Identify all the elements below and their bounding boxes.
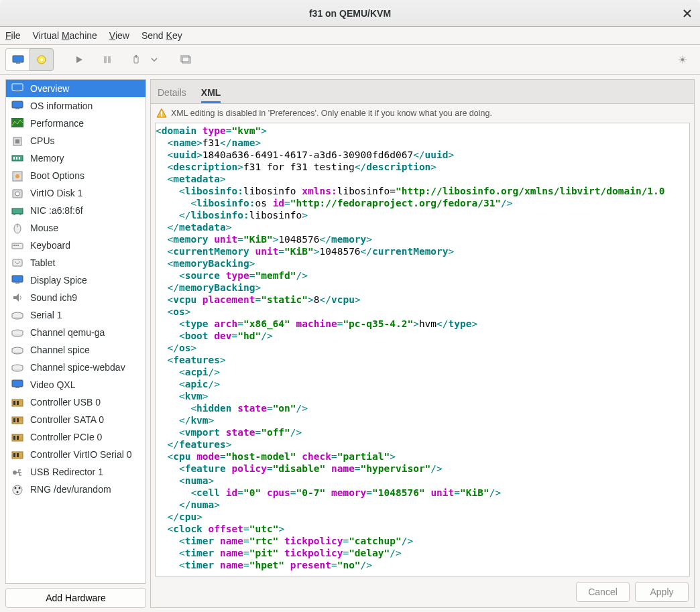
sidebar-item-label: Overview	[30, 83, 69, 94]
sidebar-item-sound-ich9[interactable]: Sound ich9	[6, 289, 145, 306]
svg-rect-12	[15, 90, 19, 92]
sidebar-item-controller-sata-0[interactable]: Controller SATA 0	[6, 411, 145, 428]
window-title: f31 on QEMU/KVM	[0, 8, 700, 19]
sidebar-item-keyboard[interactable]: Keyboard	[6, 237, 145, 254]
controller-icon	[10, 448, 25, 461]
sidebar-item-video-qxl[interactable]: Video QXL	[6, 376, 145, 393]
serial-icon	[10, 361, 25, 373]
display-icon	[10, 274, 25, 286]
svg-point-23	[15, 174, 19, 178]
close-button[interactable]	[681, 7, 693, 19]
sidebar-item-label: Serial 1	[30, 310, 62, 320]
controller-icon	[10, 414, 25, 426]
toolbar	[0, 44, 700, 75]
sidebar-item-controller-pcie-0[interactable]: Controller PCIe 0	[6, 428, 145, 446]
sidebar-item-label: Controller PCIe 0	[30, 432, 102, 442]
sidebar-item-usb-redirector-1[interactable]: USB Redirector 1	[6, 463, 145, 481]
button-row: Cancel Apply	[151, 576, 694, 607]
menu-view[interactable]: View	[109, 30, 129, 41]
console-button[interactable]	[5, 48, 30, 71]
perf-icon	[10, 117, 25, 129]
svg-point-58	[15, 487, 17, 489]
usb-icon	[10, 466, 25, 478]
sidebar-item-os-information[interactable]: OS information	[6, 97, 145, 115]
sidebar-item-controller-usb-0[interactable]: Controller USB 0	[6, 393, 145, 411]
cpu-icon	[10, 135, 25, 147]
controller-icon	[10, 396, 25, 408]
svg-rect-51	[13, 436, 15, 440]
sidebar-item-nic-a6-8f-6f[interactable]: NIC :a6:8f:6f	[6, 202, 145, 219]
sidebar-item-channel-spice-webdav[interactable]: Channel spice-webdav	[6, 359, 145, 376]
tablet-icon	[10, 257, 25, 269]
svg-rect-19	[13, 157, 15, 160]
tab-xml[interactable]: XML	[201, 87, 221, 103]
menu-send-key[interactable]: Send Key	[141, 30, 182, 41]
svg-rect-14	[15, 108, 19, 109]
svg-rect-45	[13, 401, 15, 405]
pause-icon	[103, 55, 112, 64]
svg-rect-34	[17, 245, 19, 246]
sidebar-item-label: Channel spice	[30, 345, 90, 355]
add-hardware-button[interactable]: Add Hardware	[5, 588, 146, 608]
sidebar-item-tablet[interactable]: Tablet	[6, 254, 145, 271]
svg-rect-11	[12, 84, 23, 90]
menu-file[interactable]: File	[5, 30, 21, 41]
menu-virtual-machine[interactable]: Virtual Machine	[33, 30, 97, 41]
apply-button[interactable]: Apply	[635, 582, 689, 602]
menubar: File Virtual Machine View Send Key	[0, 27, 700, 44]
sidebar-item-virtio-disk-1[interactable]: VirtIO Disk 1	[6, 184, 145, 202]
svg-point-57	[13, 485, 22, 495]
sidebar-item-label: Display Spice	[30, 275, 87, 286]
sidebar-item-boot-options[interactable]: Boot Options	[6, 167, 145, 184]
svg-rect-46	[17, 401, 19, 405]
tab-details[interactable]: Details	[158, 87, 186, 103]
sidebar-item-label: Video QXL	[30, 379, 75, 390]
shutdown-menu-button[interactable]	[148, 48, 161, 71]
xml-editor[interactable]: <domain type="kvm"> <name>f31</name> <uu…	[155, 123, 690, 576]
details-button[interactable]	[30, 48, 54, 71]
svg-point-10	[681, 58, 684, 61]
svg-rect-54	[13, 453, 15, 457]
snapshots-button[interactable]	[174, 48, 198, 71]
sidebar-item-label: Controller USB 0	[30, 397, 101, 408]
sidebar-item-overview[interactable]: Overview	[6, 80, 145, 97]
svg-point-3	[40, 58, 43, 61]
sidebar-item-controller-virtio-serial-0[interactable]: Controller VirtIO Serial 0	[6, 446, 145, 463]
sidebar-item-channel-qemu-ga[interactable]: Channel qemu-ga	[6, 324, 145, 341]
xml-content: <domain type="kvm"> <name>f31</name> <uu…	[156, 123, 689, 572]
svg-rect-1	[16, 62, 20, 64]
sidebar-item-label: VirtIO Disk 1	[30, 188, 82, 198]
sidebar-item-channel-spice[interactable]: Channel spice	[6, 341, 145, 359]
snapshot-icon	[180, 55, 192, 64]
sidebar-item-label: Keyboard	[30, 240, 70, 251]
sidebar-item-label: OS information	[30, 101, 93, 111]
sidebar-item-display-spice[interactable]: Display Spice	[6, 271, 145, 289]
svg-rect-52	[17, 436, 19, 440]
boot-icon	[10, 170, 25, 182]
pause-button[interactable]	[95, 48, 119, 71]
sidebar-item-serial-1[interactable]: Serial 1	[6, 306, 145, 324]
monitor-icon	[12, 55, 24, 64]
controller-icon	[10, 431, 25, 443]
sidebar-item-rng-dev-urandom[interactable]: RNG /dev/urandom	[6, 481, 145, 498]
run-button[interactable]	[67, 48, 91, 71]
hardware-list[interactable]: OverviewOS informationPerformanceCPUsMem…	[5, 79, 146, 584]
svg-rect-62	[161, 115, 162, 117]
sidebar-item-label: CPUs	[30, 135, 55, 146]
sound-icon	[10, 292, 25, 304]
sidebar-item-label: Channel qemu-ga	[30, 327, 105, 338]
shutdown-button[interactable]	[123, 48, 148, 71]
sidebar-item-label: USB Redirector 1	[30, 467, 103, 477]
warning-icon	[156, 108, 167, 119]
fullscreen-button[interactable]	[670, 48, 695, 71]
sidebar-item-cpus[interactable]: CPUs	[6, 132, 145, 149]
serial-icon	[10, 326, 25, 339]
sidebar-item-mouse[interactable]: Mouse	[6, 219, 145, 237]
sidebar-item-memory[interactable]: Memory	[6, 149, 145, 167]
sidebar-item-performance[interactable]: Performance	[6, 115, 145, 132]
cancel-button[interactable]: Cancel	[576, 582, 630, 602]
sidebar-item-label: Sound ich9	[30, 292, 77, 303]
monitor-icon	[10, 82, 25, 95]
sidebar-item-label: Performance	[30, 118, 84, 129]
disk-icon	[10, 187, 25, 199]
